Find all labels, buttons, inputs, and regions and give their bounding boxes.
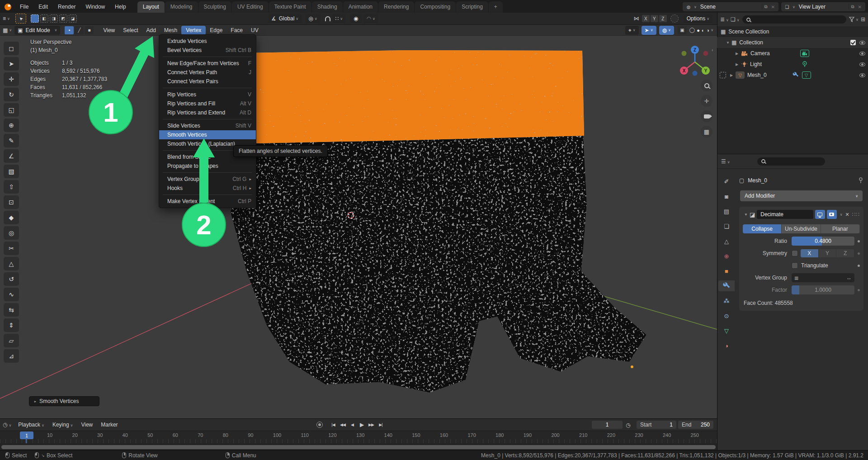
pin-icon[interactable] (858, 177, 863, 184)
modifier-extras-dropdown[interactable]: ∨ (840, 213, 843, 217)
new-scene-icon[interactable]: ⧉ (762, 4, 769, 9)
add-modifier-dropdown[interactable]: Add Modifier∨ (740, 190, 863, 201)
hide-eye-icon[interactable] (859, 73, 865, 77)
scene-selector[interactable]: ◍∨ Scene ⧉ ✕ (683, 2, 778, 11)
menu-vertex[interactable]: Vertex (181, 26, 206, 35)
menu-item-hooks[interactable]: HooksCtrl H▸ (159, 184, 256, 193)
navigation-gizmo[interactable]: Z X Y (676, 43, 713, 81)
operator-panel[interactable]: ▸ Smooth Vertices (29, 396, 99, 406)
menu-item-rip-vertices-fill[interactable]: Rip Vertices and FillAlt V (159, 99, 256, 108)
menu-mesh[interactable]: Mesh (160, 25, 181, 35)
editor-type-dropdown[interactable]: ▦∨ (0, 27, 14, 33)
tab-world[interactable]: ⊕ (719, 251, 734, 261)
tab-modifiers[interactable] (718, 280, 735, 291)
unlink-scene-icon[interactable]: ✕ (769, 5, 777, 9)
tab-scene[interactable]: △ (719, 236, 734, 247)
axis-x-button[interactable]: X (801, 249, 819, 257)
gizmos-dropdown[interactable]: ➤∨ (642, 26, 656, 35)
blender-logo-icon[interactable] (5, 4, 11, 10)
snap-target-dropdown[interactable]: ∷∨ (332, 14, 346, 23)
marker-menu[interactable]: Marker (97, 422, 122, 428)
timeline-ruler[interactable]: 1 10203040506070809010011012013014015016… (0, 431, 717, 443)
proportional-falloff-dropdown[interactable]: ◠∨ (363, 14, 378, 23)
outliner-row-scene-collection[interactable]: ▦ Scene Collection (717, 26, 868, 37)
menu-item-smooth-vertices[interactable]: Smooth Vertices (159, 130, 256, 139)
toolbar-tool[interactable]: ▧ (4, 165, 19, 178)
workspace-tab-shading[interactable]: Shading (312, 1, 343, 13)
menu-file[interactable]: File (15, 1, 33, 13)
outliner-row-light[interactable]: ▶ Light (717, 59, 868, 70)
realtime-display-toggle[interactable] (815, 210, 825, 219)
light-data-icon[interactable] (802, 61, 807, 67)
snap-base-icon[interactable] (670, 14, 679, 23)
shading-solid-button[interactable]: ● (697, 28, 700, 33)
new-collection-icon[interactable]: ⊞ (861, 16, 865, 23)
toolbar-tool[interactable]: ◎ (4, 226, 19, 240)
camera-data-icon[interactable] (800, 50, 809, 57)
menu-face[interactable]: Face (226, 25, 247, 35)
symmetry-checkbox[interactable] (792, 250, 798, 256)
outliner-row-mesh[interactable]: ▶ ▽ Mesh_0 ▽ (717, 70, 868, 81)
toolbar-tool[interactable]: ➤ (4, 57, 19, 71)
workspace-tab-texture-paint[interactable]: Texture Paint (269, 1, 311, 13)
tab-particles[interactable]: ⁂ (719, 295, 734, 306)
new-view-layer-icon[interactable]: ⧉ (849, 4, 856, 9)
menu-item-bevel-vertices[interactable]: Bevel VerticesShift Ctrl B (159, 46, 256, 55)
menu-item-rip-vertices[interactable]: Rip VerticesV (159, 90, 256, 99)
expand-icon[interactable]: ▶ (734, 52, 740, 56)
mirror-x-button[interactable]: X (642, 15, 650, 22)
filter-funnel-icon[interactable] (849, 17, 854, 22)
snap-toggle[interactable] (325, 16, 330, 21)
tab-object[interactable]: ■ (719, 266, 734, 276)
drag-handle-icon[interactable]: ∷∷ (852, 211, 860, 218)
shading-wireframe-button[interactable]: ◯ (689, 27, 695, 33)
hide-eye-icon[interactable] (859, 62, 865, 66)
toolbar-tool[interactable]: ⊿ (4, 349, 19, 363)
zoom-icon[interactable] (701, 80, 712, 91)
active-tool-dropdown[interactable]: ≡∨ (0, 15, 13, 22)
sidebar-collapse-arrow[interactable]: ‹ (712, 47, 713, 52)
menu-edge[interactable]: Edge (206, 25, 226, 35)
menu-item-propagate-to-shapes[interactable]: Propagate to Shapes (159, 161, 256, 171)
outliner-display-mode-dropdown[interactable]: ≣∨ (720, 16, 729, 23)
options-dropdown[interactable]: Options∨ (684, 14, 712, 23)
expand-icon[interactable]: ▶ (729, 73, 734, 77)
toolbar-tool[interactable]: ✛ (4, 72, 19, 86)
expand-icon[interactable]: ▶ (734, 62, 740, 66)
select-mode-intersect-button[interactable]: ◪ (69, 14, 77, 23)
unsubdivide-tab[interactable]: Un-Subdivide (782, 224, 821, 233)
collapse-tab[interactable]: Collapse (743, 224, 782, 233)
menu-uv[interactable]: UV (247, 25, 263, 35)
menu-item-extrude-vertices[interactable]: Extrude Vertices (159, 37, 256, 46)
play-button[interactable]: ▶ (358, 421, 366, 429)
tab-tool[interactable]: ✐ (719, 176, 734, 187)
prev-keyframe-button[interactable]: ◀◀ (339, 421, 347, 429)
menu-item-new-edge-face[interactable]: New Edge/Face from VerticesF (159, 59, 256, 68)
stopwatch-icon[interactable]: ◷ (626, 422, 630, 428)
menu-render[interactable]: Render (53, 1, 80, 13)
menu-window[interactable]: Window (80, 1, 110, 13)
toolbar-tool[interactable]: ∠ (4, 149, 19, 163)
expand-icon[interactable]: ▼ (725, 41, 731, 45)
triangulate-checkbox[interactable] (792, 262, 798, 269)
tab-view-layer[interactable]: ❏ (719, 221, 734, 232)
view-layer-selector[interactable]: ❏∨ View Layer ⧉ ✕ (781, 2, 865, 11)
scene-name[interactable]: Scene (697, 4, 728, 10)
shading-rendered-button[interactable]: ◑ (706, 28, 709, 33)
toolbar-tool[interactable]: ⊕ (4, 119, 19, 132)
transform-orientation-dropdown[interactable]: ∡ Global∨ (268, 14, 302, 23)
jump-to-start-button[interactable]: |◀ (329, 421, 337, 429)
menu-view[interactable]: View (99, 25, 119, 35)
mesh-object[interactable] (231, 50, 646, 393)
object-visibility-dropdown[interactable]: ⌖∨ (625, 26, 639, 35)
next-keyframe-button[interactable]: ▶▶ (367, 421, 375, 429)
axis-z-button[interactable]: Z (836, 249, 854, 257)
timeline-scrollbar[interactable] (0, 443, 717, 451)
remove-view-layer-icon[interactable]: ✕ (856, 5, 863, 9)
perspective-grid-icon[interactable]: ▦ (701, 126, 712, 138)
toolbar-tool[interactable]: ✂ (4, 242, 19, 255)
animate-dot-icon[interactable] (858, 289, 860, 291)
active-tool-tweak-button[interactable]: ➤ (15, 14, 26, 24)
camera-view-icon[interactable] (701, 110, 712, 122)
animate-dot-icon[interactable] (858, 252, 860, 255)
